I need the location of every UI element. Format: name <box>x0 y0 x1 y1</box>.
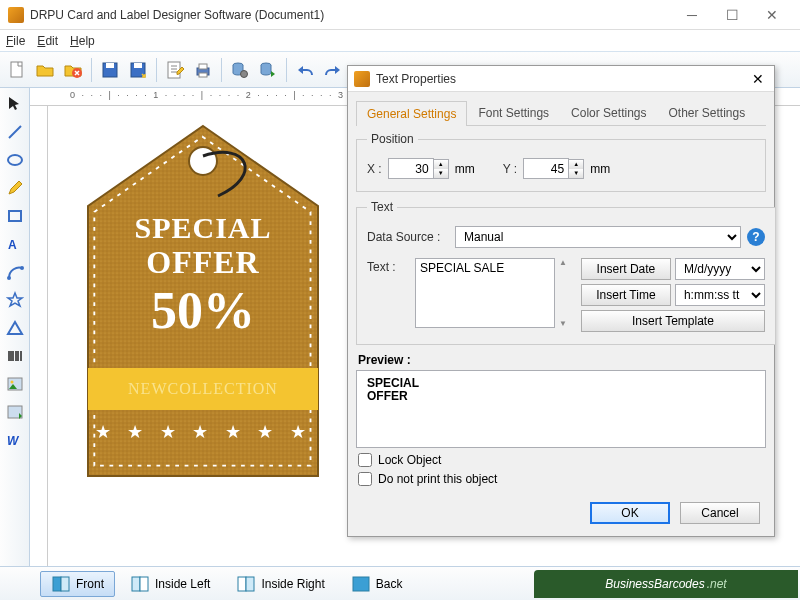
watermark-suffix: .net <box>707 577 727 591</box>
svg-rect-9 <box>199 73 207 77</box>
close-button[interactable]: ✕ <box>752 1 792 29</box>
text-properties-dialog: Text Properties ✕ General Settings Font … <box>347 65 775 537</box>
tag-stars: ★ ★ ★ ★ ★ ★ ★ <box>68 421 338 443</box>
side-toolbar: A W <box>0 88 30 566</box>
arc-tool-icon[interactable] <box>3 260 27 284</box>
select-tool-icon[interactable] <box>3 92 27 116</box>
svg-rect-3 <box>106 63 114 68</box>
undo-icon[interactable] <box>292 57 318 83</box>
redo-icon[interactable] <box>320 57 346 83</box>
tab-font-settings[interactable]: Font Settings <box>467 100 560 125</box>
watermark: BusinessBarcodes.net <box>534 570 798 598</box>
tag-ribbon: NEWCOLLECTION <box>88 368 318 410</box>
picture-lib-icon[interactable] <box>3 400 27 424</box>
save-icon[interactable] <box>97 57 123 83</box>
insert-date-button[interactable]: Insert Date <box>581 258 671 280</box>
svg-rect-28 <box>132 577 140 591</box>
new-icon[interactable] <box>4 57 30 83</box>
do-not-print-checkbox[interactable] <box>358 472 372 486</box>
menu-edit[interactable]: Edit <box>37 34 58 48</box>
dialog-titlebar[interactable]: Text Properties ✕ <box>348 66 774 92</box>
y-spin-up[interactable]: ▲ <box>569 160 583 169</box>
text-tool-icon[interactable]: A <box>3 232 27 256</box>
page-tab-label: Inside Left <box>155 577 210 591</box>
y-spin-down[interactable]: ▼ <box>569 169 583 178</box>
pencil-tool-icon[interactable] <box>3 176 27 200</box>
menu-file[interactable]: File <box>6 34 25 48</box>
preview-label: Preview : <box>358 353 766 367</box>
db-gear-icon[interactable] <box>227 57 253 83</box>
text-legend: Text <box>367 200 397 214</box>
save-as-icon[interactable] <box>125 57 151 83</box>
time-format-select[interactable]: h:mm:ss tt <box>675 284 765 306</box>
lock-object-checkbox[interactable] <box>358 453 372 467</box>
dialog-title: Text Properties <box>376 72 748 86</box>
maximize-button[interactable]: ☐ <box>712 1 752 29</box>
text-fieldset: Text Data Source : Manual ? Text : SPECI… <box>356 200 776 345</box>
svg-rect-8 <box>199 64 207 69</box>
rect-tool-icon[interactable] <box>3 204 27 228</box>
data-source-select[interactable]: Manual <box>455 226 741 248</box>
edit-doc-icon[interactable] <box>162 57 188 83</box>
watermark-text: BusinessBarcodes <box>605 577 704 591</box>
preview-box: SPECIAL OFFER <box>356 370 766 448</box>
app-icon <box>8 7 24 23</box>
tab-other-settings[interactable]: Other Settings <box>657 100 756 125</box>
wordart-tool-icon[interactable]: W <box>3 428 27 452</box>
page-tab-label: Back <box>376 577 403 591</box>
ok-button[interactable]: OK <box>590 502 670 524</box>
tab-color-settings[interactable]: Color Settings <box>560 100 657 125</box>
help-icon[interactable]: ? <box>747 228 765 246</box>
page-tab-inside-right[interactable]: Inside Right <box>225 571 335 597</box>
preview-line2: OFFER <box>367 390 755 403</box>
page-tab-label: Front <box>76 577 104 591</box>
page-tab-back[interactable]: Back <box>340 571 414 597</box>
x-input[interactable] <box>388 158 434 179</box>
svg-point-13 <box>8 155 22 165</box>
textarea-scroll-up[interactable]: ▲ <box>559 258 567 267</box>
position-fieldset: Position X : ▲▼ mm Y : ▲▼ mm <box>356 132 766 192</box>
open-delete-icon[interactable] <box>60 57 86 83</box>
svg-point-19 <box>10 381 13 384</box>
data-source-label: Data Source : <box>367 230 449 244</box>
insert-template-button[interactable]: Insert Template <box>581 310 765 332</box>
page-tab-label: Inside Right <box>261 577 324 591</box>
cancel-button[interactable]: Cancel <box>680 502 760 524</box>
db-arrow-icon[interactable] <box>255 57 281 83</box>
position-legend: Position <box>367 132 418 146</box>
tag-text-special: SPECIAL <box>68 211 338 245</box>
svg-rect-0 <box>11 62 22 77</box>
lock-object-label: Lock Object <box>378 453 441 467</box>
open-icon[interactable] <box>32 57 58 83</box>
dialog-close-icon[interactable]: ✕ <box>748 69 768 89</box>
preview-line1: SPECIAL <box>367 377 755 390</box>
svg-rect-32 <box>353 577 369 591</box>
print-icon[interactable] <box>190 57 216 83</box>
tab-general-settings[interactable]: General Settings <box>356 101 467 126</box>
image-tool-icon[interactable] <box>3 372 27 396</box>
ellipse-tool-icon[interactable] <box>3 148 27 172</box>
tag-text-newcollection: NEWCOLLECTION <box>88 380 318 398</box>
date-format-select[interactable]: M/d/yyyy <box>675 258 765 280</box>
svg-rect-5 <box>134 63 142 68</box>
minimize-button[interactable]: ─ <box>672 1 712 29</box>
x-unit: mm <box>455 162 475 176</box>
menu-help[interactable]: Help <box>70 34 95 48</box>
page-tab-front[interactable]: Front <box>40 571 115 597</box>
textarea-scroll-down[interactable]: ▼ <box>559 319 567 328</box>
star-tool-icon[interactable] <box>3 288 27 312</box>
text-textarea[interactable]: SPECIAL SALE <box>415 258 555 328</box>
x-spin-up[interactable]: ▲ <box>434 160 448 169</box>
price-tag-design[interactable]: SPECIAL OFFER 50% NEWCOLLECTION ★ ★ ★ ★ … <box>68 116 338 496</box>
triangle-tool-icon[interactable] <box>3 316 27 340</box>
tag-text-percent: 50% <box>68 281 338 340</box>
barcode-tool-icon[interactable] <box>3 344 27 368</box>
insert-time-button[interactable]: Insert Time <box>581 284 671 306</box>
dialog-tabs: General Settings Font Settings Color Set… <box>356 100 766 126</box>
window-title: DRPU Card and Label Designer Software (D… <box>30 8 672 22</box>
window-titlebar: DRPU Card and Label Designer Software (D… <box>0 0 800 30</box>
x-spin-down[interactable]: ▼ <box>434 169 448 178</box>
line-tool-icon[interactable] <box>3 120 27 144</box>
page-tab-inside-left[interactable]: Inside Left <box>119 571 221 597</box>
y-input[interactable] <box>523 158 569 179</box>
